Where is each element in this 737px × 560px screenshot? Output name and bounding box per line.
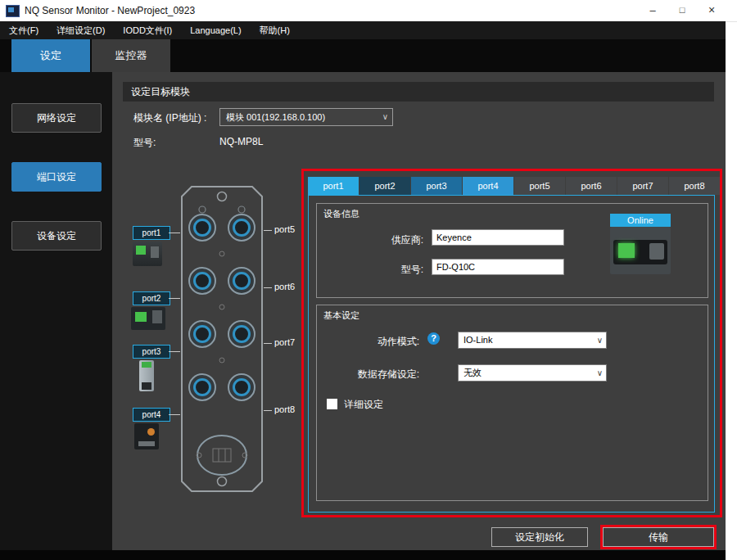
module-name-label: 模块名 (IP地址) : [133,111,206,125]
device-model-input[interactable] [432,259,564,275]
screen: NQ Sensor Monitor - NewProject_0923 – □ … [0,0,737,560]
sidebar-item-port-settings[interactable]: 端口设定 [11,162,102,192]
sidebar: 网络设定 端口设定 设备设定 [0,72,112,550]
data-storage-select[interactable]: 无效 ∨ [458,364,607,382]
connector-line [169,414,180,415]
target-module-header: 设定目标模块 [123,82,714,102]
port-tab-8[interactable]: port8 [669,177,720,195]
connector-line [264,343,272,344]
online-status-badge: Online [610,214,671,227]
vendor-input[interactable] [432,229,564,246]
port3-device-image [139,360,154,391]
diagram-port3-label[interactable]: port3 [133,345,170,359]
port4-device-image [134,423,159,449]
menu-iodd-file[interactable]: IODD文件(I) [114,21,181,39]
port2-device-image [131,307,165,330]
data-storage-value: 无效 [463,368,482,377]
menu-bar: 文件(F) 详细设定(D) IODD文件(I) Language(L) 帮助(H… [0,21,726,39]
device-info-title: 设备信息 [323,208,359,220]
basic-settings-title: 基本设定 [323,309,359,322]
window-title: NQ Sensor Monitor - NewProject_0923 [25,5,195,16]
tab-monitor[interactable]: 监控器 [92,39,170,72]
diagram-port7-label: port7 [274,337,295,347]
port-settings-panel: port1 port2 port3 port4 port5 port6 port… [301,169,722,517]
menu-detail-settings[interactable]: 详细设定(D) [47,21,114,39]
port-tab-4[interactable]: port4 [463,177,513,195]
chevron-down-icon: ∨ [382,109,388,125]
detail-settings-label: 详细设定 [344,398,383,412]
port1-device-image [133,242,162,266]
window-bottom-border [0,550,726,560]
connector-line [264,287,272,288]
device-model-label: 型号: [341,263,423,277]
operation-mode-value: IO-Link [463,335,492,345]
vendor-label: 供应商: [341,233,423,247]
connector-line [169,351,180,352]
model-label: 型号: [133,136,156,150]
main-content: 设定目标模块 模块名 (IP地址) : 模块 001(192.168.0.100… [112,72,726,550]
connector-line [264,230,272,231]
connector-line [169,233,180,233]
model-value: NQ-MP8L [219,136,263,147]
port-tab-strip: port1 port2 port3 port4 port5 port6 port… [308,177,720,195]
main-tab-row: 设定 监控器 [0,39,726,72]
minimize-button[interactable]: – [639,0,667,21]
chevron-down-icon: ∨ [597,332,603,348]
diagram-port1-label[interactable]: port1 [133,226,170,240]
detail-settings-checkbox[interactable] [327,399,337,409]
tab-settings[interactable]: 设定 [11,39,90,72]
port-tab-6[interactable]: port6 [566,177,617,195]
port-tab-1[interactable]: port1 [308,177,359,195]
sidebar-item-device-settings[interactable]: 设备设定 [11,221,102,251]
port-tab-7[interactable]: port7 [617,177,668,195]
chevron-down-icon: ∨ [597,365,603,381]
diagram-port6-label: port6 [274,282,295,291]
module-select-value: 模块 001(192.168.0.100) [226,112,325,122]
device-photo [610,227,671,274]
title-bar: NQ Sensor Monitor - NewProject_0923 – □ … [0,0,737,22]
menu-language[interactable]: Language(L) [181,21,250,39]
port-tab-2[interactable]: port2 [359,177,410,195]
diagram-port8-label: port8 [274,404,295,414]
port1-panel-body: 设备信息 供应商: 型号: Online 基本设定 动作模式: [308,195,715,513]
diagram-port5-label: port5 [274,224,295,234]
module-diagram [180,185,264,493]
initialize-settings-button[interactable]: 设定初始化 [491,527,588,547]
module-select[interactable]: 模块 001(192.168.0.100) ∨ [219,108,393,126]
close-button[interactable]: × [698,0,726,21]
app-icon [6,5,20,17]
port-tab-5[interactable]: port5 [514,177,565,195]
device-info-group: 设备信息 供应商: 型号: Online [316,203,708,298]
data-storage-label: 数据存储设定: [325,368,419,382]
diagram-port2-label[interactable]: port2 [133,291,170,305]
device-photo-screen [618,243,635,258]
device-photo-part [649,243,664,260]
diagram-port4-label[interactable]: port4 [133,408,170,422]
sidebar-item-network-settings[interactable]: 网络设定 [11,103,102,133]
port-tab-3[interactable]: port3 [411,177,462,195]
connector-line [264,410,272,411]
operation-mode-label: 动作模式: [341,335,419,349]
menu-help[interactable]: 帮助(H) [251,21,299,39]
maximize-button[interactable]: □ [668,0,696,21]
menu-file[interactable]: 文件(F) [0,21,47,39]
connector-line [169,298,180,299]
transfer-button[interactable]: 传输 [603,527,714,547]
operation-mode-select[interactable]: IO-Link ∨ [458,332,607,349]
transfer-button-annotation: 传输 [600,525,717,549]
basic-settings-group: 基本设定 动作模式: ? IO-Link ∨ 数据存储设定: 无效 ∨ 详细设定 [316,305,708,501]
help-icon[interactable]: ? [427,332,440,345]
